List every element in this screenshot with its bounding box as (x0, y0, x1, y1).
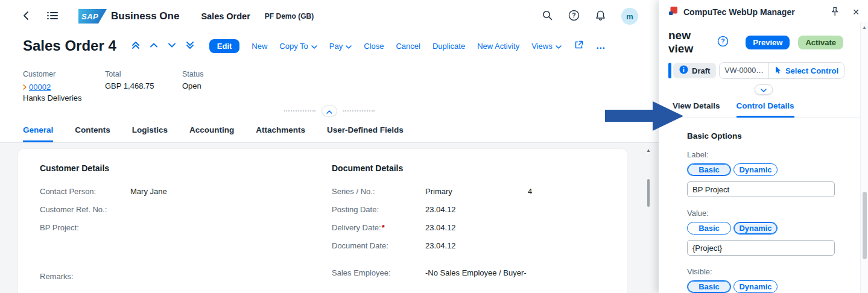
scrollbar-thumb[interactable] (647, 179, 650, 207)
panel-scrollbar[interactable]: ▲ (860, 22, 868, 293)
help-icon: ? (568, 10, 580, 23)
product-name: Business One (111, 10, 179, 22)
panel-tabs: View Details Control Details (659, 96, 868, 118)
new-activity-button[interactable]: New Activity (477, 42, 519, 51)
content-scrollbar[interactable]: ▲ (645, 148, 651, 293)
select-control-button[interactable]: Select Control (768, 63, 844, 78)
double-chevron-up-icon (131, 40, 141, 52)
tab-attachments[interactable]: Attachments (256, 125, 305, 142)
sap-logo: SAP (78, 9, 107, 24)
field-row: Customer Ref. No.: (40, 205, 332, 214)
collapse-view-header-button[interactable] (755, 84, 773, 95)
label-input[interactable] (687, 181, 835, 197)
summary-total: Total GBP 1,468.75 (105, 70, 182, 102)
activate-button[interactable]: Activate (798, 36, 843, 49)
status-badge: Draft (673, 63, 716, 78)
company-name: PF Demo (GB) (265, 12, 314, 20)
pin-panel-button[interactable] (831, 7, 839, 18)
document-number: 4 (528, 187, 532, 196)
basic-pill[interactable]: Basic (687, 222, 731, 235)
pay-button[interactable]: Pay (329, 42, 352, 51)
chevron-up-icon (149, 40, 159, 52)
module-list-button[interactable] (47, 11, 58, 22)
tab-accounting[interactable]: Accounting (189, 125, 234, 142)
field-label: Delivery Date:* (332, 223, 425, 232)
cursor-icon (775, 66, 782, 76)
new-button[interactable]: New (252, 42, 267, 51)
tab-view-details[interactable]: View Details (673, 101, 720, 118)
tab-logistics[interactable]: Logistics (132, 125, 168, 142)
cancel-document-button[interactable]: Cancel (396, 42, 420, 51)
field-label: Label: (687, 150, 835, 159)
views-button[interactable]: Views (531, 42, 561, 51)
help-button[interactable]: ? (568, 10, 580, 23)
edit-button[interactable]: Edit (209, 39, 240, 53)
field-row: Delivery Date:* 23.04.12 (332, 223, 606, 232)
svg-text:?: ? (572, 11, 575, 19)
scroll-up-icon[interactable]: ▲ (646, 148, 651, 154)
version-box: VW-00009 - 1.0.0 Select Control (719, 62, 844, 79)
scrollbar-thumb[interactable] (863, 192, 867, 259)
field-label: Customer Ref. No.: (40, 205, 130, 214)
basic-pill[interactable]: Basic (687, 280, 731, 293)
field-row: Document Date: 23.04.12 (332, 241, 606, 250)
visible-field-group: Visible: Basic Dynamic ✓ (687, 267, 835, 293)
value-input[interactable] (687, 240, 835, 256)
search-button[interactable] (542, 10, 553, 22)
action-toolbar: Edit New Copy To Pay Close Cancel Duplic… (209, 39, 606, 53)
next-record-button[interactable] (167, 40, 177, 52)
customer-details-section: Customer Details Contact Person: Mary Ja… (40, 163, 332, 281)
search-icon (542, 10, 553, 22)
overflow-menu-button[interactable]: … (596, 40, 606, 51)
field-label: Posting Date: (332, 205, 425, 214)
chevron-up-icon (326, 107, 332, 116)
duplicate-button[interactable]: Duplicate (432, 42, 465, 51)
module-list-icon (47, 11, 58, 22)
field-value: 23.04.12 (425, 205, 456, 214)
tab-user-defined-fields[interactable]: User-Defined Fields (327, 125, 404, 142)
tab-general[interactable]: General (23, 125, 53, 142)
field-row: Series / No.: Primary 4 (332, 187, 606, 196)
copy-to-button[interactable]: Copy To (279, 42, 317, 51)
close-document-button[interactable]: Close (364, 42, 384, 51)
chevron-down-icon (167, 40, 177, 52)
basic-pill[interactable]: Basic (687, 163, 731, 176)
first-record-button[interactable] (131, 40, 141, 52)
dynamic-pill[interactable]: Dynamic (733, 280, 778, 293)
sap-logo-text: SAP (81, 12, 98, 21)
close-panel-button[interactable]: ✕ (852, 7, 860, 17)
select-control-label: Select Control (785, 66, 838, 75)
preview-button[interactable]: Preview (746, 36, 790, 49)
view-title-row: new view ? Preview Activate (659, 24, 868, 55)
field-value: -No Sales Employee / Buyer- (425, 268, 527, 277)
divider-dots (343, 110, 375, 112)
field-row: Remarks: (40, 272, 332, 281)
page-title: Sales Order 4 (23, 37, 116, 54)
collapse-header-button[interactable] (322, 106, 337, 116)
document-details-section: Document Details Series / No.: Primary 4… (332, 163, 606, 281)
required-marker: * (382, 223, 385, 232)
customer-code-link[interactable]: 00002 (29, 83, 51, 92)
back-button[interactable] (23, 11, 29, 22)
bell-icon (595, 10, 606, 23)
divider-dots (284, 110, 315, 112)
field-value: 23.04.12 (425, 223, 456, 232)
tab-contents[interactable]: Contents (75, 125, 110, 142)
user-avatar[interactable]: m (621, 8, 638, 25)
view-help-button[interactable]: ? (717, 36, 729, 49)
last-record-button[interactable] (185, 40, 195, 52)
previous-record-button[interactable] (149, 40, 159, 52)
copy-to-label: Copy To (279, 42, 308, 51)
dynamic-pill[interactable]: Dynamic (733, 222, 778, 235)
field-value: 23.04.12 (425, 241, 456, 250)
dynamic-pill[interactable]: Dynamic (733, 163, 778, 176)
record-navigation (131, 40, 195, 52)
scroll-up-icon[interactable]: ▲ (862, 25, 867, 31)
pin-icon (831, 7, 839, 18)
panel-collapse-row (659, 84, 868, 95)
main-area: SAP Business One Sales Order PF Demo (GB… (0, 0, 659, 293)
tab-control-details[interactable]: Control Details (737, 101, 794, 118)
field-value: Primary (425, 187, 528, 196)
share-button[interactable] (574, 40, 584, 52)
notifications-button[interactable] (595, 10, 606, 23)
